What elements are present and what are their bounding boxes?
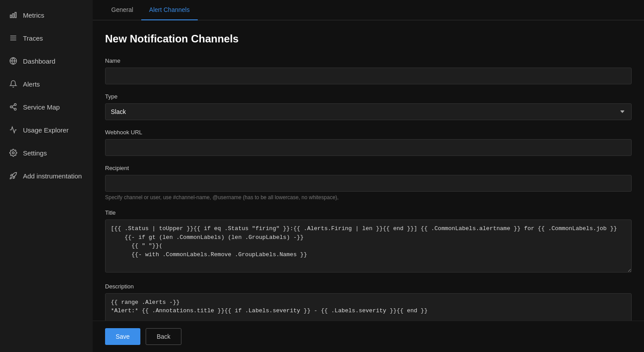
sidebar-item-metrics[interactable]: Metrics	[0, 4, 93, 26]
svg-rect-0	[10, 15, 11, 18]
sidebar-item-usage-explorer-label: Usage Explorer	[23, 126, 68, 134]
recipient-hint: Specify channel or user, use #channel-na…	[105, 194, 632, 201]
title-field-label: Title	[105, 209, 632, 216]
svg-line-12	[12, 105, 14, 106]
sidebar-item-add-instrumentation[interactable]: Add instrumentation	[0, 164, 93, 187]
sidebar-item-metrics-label: Metrics	[23, 11, 44, 19]
name-label: Name	[105, 57, 632, 64]
description-textarea[interactable]: {{ range .Alerts -}} *Alert:* {{ .Annota…	[105, 293, 632, 321]
name-group: Name	[105, 57, 632, 84]
svg-point-10	[14, 108, 16, 110]
title-textarea[interactable]: [{{ .Status | toUpper }}{{ if eq .Status…	[105, 220, 632, 273]
sidebar-item-usage-explorer[interactable]: Usage Explorer	[0, 118, 93, 141]
title-group: Title [{{ .Status | toUpper }}{{ if eq .…	[105, 209, 632, 274]
description-label: Description	[105, 283, 632, 290]
form-footer: Save Back	[93, 321, 644, 352]
svg-point-8	[14, 104, 16, 106]
recipient-group: Recipient Specify channel or user, use #…	[105, 165, 632, 201]
form-area: New Notification Channels Name Type Slac…	[93, 20, 644, 321]
back-button[interactable]: Back	[146, 328, 181, 345]
tabs-bar: General Alert Channels	[93, 0, 644, 20]
type-select[interactable]: Slack Email PagerDuty Webhook	[105, 103, 632, 120]
sidebar-item-alerts[interactable]: Alerts	[0, 72, 93, 95]
sidebar-item-dashboard[interactable]: Dashboard	[0, 49, 93, 72]
sidebar-item-settings-label: Settings	[23, 149, 47, 157]
svg-point-13	[12, 152, 15, 154]
globe-icon	[9, 57, 18, 65]
bar-chart-icon	[9, 11, 18, 19]
svg-point-9	[10, 106, 12, 108]
sidebar-item-traces-label: Traces	[23, 34, 43, 42]
webhook-url-label: Webhook URL	[105, 129, 632, 136]
main-content: General Alert Channels New Notification …	[93, 0, 644, 352]
webhook-url-group: Webhook URL	[105, 129, 632, 156]
sidebar-item-add-instrumentation-label: Add instrumentation	[23, 172, 82, 180]
type-group: Type Slack Email PagerDuty Webhook	[105, 93, 632, 120]
svg-line-11	[12, 107, 14, 109]
gear-icon	[9, 148, 18, 157]
sidebar: Metrics Traces Dashboard Alerts	[0, 0, 93, 352]
sidebar-item-service-map-label: Service Map	[23, 103, 60, 111]
svg-rect-1	[13, 14, 14, 18]
sidebar-item-dashboard-label: Dashboard	[23, 57, 55, 65]
webhook-url-input[interactable]	[105, 139, 632, 156]
sidebar-item-alerts-label: Alerts	[23, 80, 40, 88]
description-group: Description {{ range .Alerts -}} *Alert:…	[105, 283, 632, 321]
list-icon	[9, 34, 18, 42]
rocket-icon	[9, 171, 18, 180]
page-title: New Notification Channels	[105, 33, 632, 45]
tab-alert-channels[interactable]: Alert Channels	[141, 0, 198, 20]
svg-rect-2	[15, 12, 16, 18]
sidebar-item-settings[interactable]: Settings	[0, 141, 93, 164]
share-icon	[9, 102, 18, 111]
tab-general[interactable]: General	[103, 0, 141, 20]
type-label: Type	[105, 93, 632, 100]
name-input[interactable]	[105, 68, 632, 84]
sidebar-item-traces[interactable]: Traces	[0, 26, 93, 49]
recipient-input[interactable]	[105, 175, 632, 192]
sidebar-item-service-map[interactable]: Service Map	[0, 95, 93, 118]
save-button[interactable]: Save	[105, 328, 140, 345]
recipient-label: Recipient	[105, 165, 632, 171]
bell-icon	[9, 79, 18, 88]
line-chart-icon	[9, 125, 18, 134]
